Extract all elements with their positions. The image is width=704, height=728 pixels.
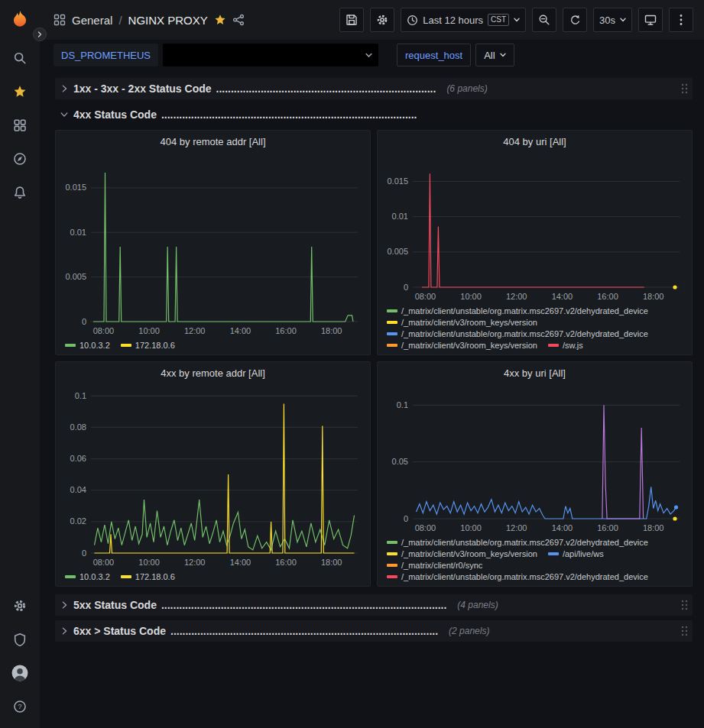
- legend-label: /_matrix/client/v3/room_keys/version: [401, 318, 537, 327]
- chart-area[interactable]: 00.0050.010.01508:0010:0012:0014:0016:00…: [382, 149, 687, 304]
- row-header-6xx[interactable]: 6xx > Status Code ......................…: [55, 620, 693, 642]
- row-header-4xx[interactable]: 4xx Status Code ........................…: [55, 104, 693, 125]
- chart-area[interactable]: 00.050.108:0010:0012:0014:0016:0018:00: [382, 380, 687, 535]
- legend-item[interactable]: /_matrix/client/v3/room_keys/version: [387, 341, 537, 350]
- favorite-star-icon[interactable]: [214, 14, 226, 26]
- sidebar-expand-button[interactable]: [33, 28, 47, 41]
- legend-item[interactable]: /_matrix/client/unstable/org.matrix.msc2…: [387, 329, 648, 338]
- monitor-icon: [644, 14, 657, 26]
- sidebar-bottom: ?: [5, 589, 35, 723]
- svg-text:14:00: 14:00: [552, 292, 573, 301]
- time-range-label: Last 12 hours: [423, 15, 483, 26]
- svg-text:0: 0: [404, 283, 408, 292]
- panel-title[interactable]: 404 by uri [All]: [382, 132, 687, 149]
- svg-text:?: ?: [18, 702, 21, 710]
- search-icon: [13, 51, 27, 65]
- refresh-interval-dropdown[interactable]: 30s: [593, 8, 632, 32]
- sidebar-item-admin[interactable]: [5, 623, 35, 656]
- sidebar-item-alerting[interactable]: [5, 176, 35, 209]
- timeseries-chart[interactable]: 00.0050.010.01508:0010:0012:0014:0016:00…: [60, 149, 365, 338]
- panel-grid: 404 by remote addr [All] 00.0050.010.015…: [55, 130, 693, 587]
- svg-text:18:00: 18:00: [643, 292, 664, 301]
- sidebar-item-help[interactable]: ?: [5, 690, 35, 723]
- sidebar-item-search[interactable]: [5, 41, 35, 75]
- svg-text:0.02: 0.02: [70, 516, 86, 526]
- chevron-down-icon: [500, 53, 506, 57]
- svg-text:0.015: 0.015: [387, 176, 408, 186]
- refresh-button[interactable]: [563, 8, 587, 32]
- sidebar-item-profile[interactable]: [5, 656, 35, 690]
- svg-text:0: 0: [404, 514, 408, 523]
- breadcrumb-section[interactable]: General: [72, 14, 112, 27]
- sidebar-item-dashboards[interactable]: [5, 108, 35, 142]
- bell-icon: [13, 186, 27, 199]
- sidebar-item-settings[interactable]: [5, 589, 35, 623]
- legend-item[interactable]: 10.0.3.2: [65, 341, 110, 350]
- time-range-picker[interactable]: Last 12 hours CST: [401, 8, 526, 32]
- panel-title[interactable]: 4xx by remote addr [All]: [60, 364, 365, 380]
- timeseries-chart[interactable]: 00.020.040.060.080.108:0010:0012:0014:00…: [60, 380, 365, 570]
- chart-area[interactable]: 00.020.040.060.080.108:0010:0012:0014:00…: [60, 380, 365, 570]
- svg-text:0.08: 0.08: [70, 422, 86, 432]
- legend-item[interactable]: /_matrix/client/unstable/org.matrix.msc2…: [387, 306, 648, 315]
- row-drag-handle[interactable]: [681, 626, 688, 636]
- legend-item[interactable]: /api/live/ws: [548, 549, 604, 558]
- chart-area[interactable]: 00.0050.010.01508:0010:0012:0014:0016:00…: [60, 149, 365, 338]
- row-drag-handle[interactable]: [681, 600, 688, 610]
- sidebar-item-starred[interactable]: [5, 75, 35, 108]
- chevron-right-icon: [60, 600, 69, 610]
- datasource-variable-label[interactable]: DS_PROMETHEUS: [54, 44, 158, 66]
- row-header-5xx[interactable]: 5xx Status Code ........................…: [55, 594, 693, 616]
- legend-item[interactable]: 10.0.3.2: [65, 572, 110, 581]
- dashboard-content: 1xx - 3xx - 2xx Status Code ............…: [40, 69, 704, 728]
- legend: 10.0.3.2172.18.0.6: [60, 570, 365, 581]
- legend-label: /_matrix/client/v3/room_keys/version: [401, 549, 537, 558]
- timeseries-chart[interactable]: 00.0050.010.01508:0010:0012:0014:0016:00…: [382, 149, 687, 304]
- legend-item[interactable]: /_matrix/client/r0/sync: [387, 561, 482, 570]
- legend-label: /_matrix/client/r0/sync: [401, 561, 482, 570]
- legend-label: /api/live/ws: [563, 549, 604, 558]
- row-title-dots: ........................................…: [161, 108, 417, 121]
- svg-text:16:00: 16:00: [275, 326, 297, 335]
- breadcrumb: General / NGINX PROXY: [72, 14, 208, 27]
- adhoc-filter-key[interactable]: request_host: [397, 44, 471, 66]
- legend-item[interactable]: /_matrix/client/v3/room_keys/version: [387, 549, 537, 558]
- zoom-out-icon: [538, 14, 550, 26]
- dashboard-settings-button[interactable]: [370, 8, 394, 32]
- legend-swatch: [65, 575, 76, 578]
- panel-title[interactable]: 4xx by uri [All]: [382, 364, 687, 380]
- row-header-1xx-3xx-2xx[interactable]: 1xx - 3xx - 2xx Status Code ............…: [55, 78, 693, 99]
- save-dashboard-button[interactable]: [339, 8, 364, 32]
- zoom-out-button[interactable]: [532, 8, 556, 32]
- panel-4xx-by-uri: 4xx by uri [All] 00.050.108:0010:0012:00…: [377, 361, 693, 587]
- adhoc-filter-value[interactable]: All: [475, 44, 514, 66]
- datasource-variable-value[interactable]: [163, 44, 378, 66]
- legend-item[interactable]: /_matrix/client/unstable/org.matrix.msc2…: [387, 538, 648, 547]
- chevron-down-icon: [620, 18, 626, 22]
- refresh-interval-label: 30s: [599, 15, 615, 26]
- svg-text:0.05: 0.05: [392, 457, 408, 466]
- clock-icon: [407, 15, 418, 26]
- more-options-button[interactable]: [669, 8, 693, 32]
- row-title: 6xx > Status Code: [73, 625, 166, 637]
- legend-item[interactable]: 172.18.0.6: [121, 572, 175, 581]
- row-drag-handle[interactable]: [681, 83, 688, 94]
- gear-icon: [13, 599, 27, 613]
- legend-item[interactable]: 172.18.0.6: [121, 341, 175, 350]
- dashboard-title[interactable]: NGINX PROXY: [128, 14, 208, 27]
- timeseries-chart[interactable]: 00.050.108:0010:0012:0014:0016:0018:00: [382, 380, 687, 535]
- tv-mode-button[interactable]: [638, 8, 663, 32]
- svg-text:14:00: 14:00: [552, 523, 573, 532]
- legend-item[interactable]: /_matrix/client/v3/room_keys/version: [387, 318, 537, 327]
- legend: /_matrix/client/unstable/org.matrix.msc2…: [382, 535, 687, 581]
- star-icon: [13, 85, 27, 99]
- grafana-logo[interactable]: [6, 6, 34, 34]
- legend-item[interactable]: /sw.js: [548, 341, 583, 350]
- chevron-down-icon: [514, 18, 520, 22]
- panel-title[interactable]: 404 by remote addr [All]: [60, 132, 365, 149]
- grafana-app: ? General / NGINX PROXY: [0, 0, 704, 728]
- sidebar-item-explore[interactable]: [5, 142, 35, 176]
- share-icon[interactable]: [232, 14, 245, 26]
- legend-item[interactable]: /_matrix/client/unstable/org.matrix.msc2…: [387, 572, 648, 581]
- apps-grid-icon[interactable]: [54, 14, 66, 26]
